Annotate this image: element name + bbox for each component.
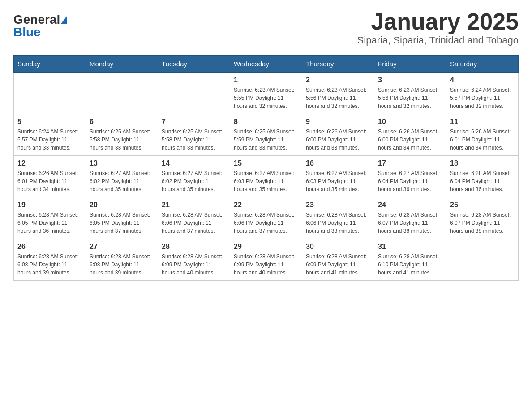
calendar-cell [158, 73, 230, 114]
day-number: 16 [306, 159, 370, 167]
day-info: Sunrise: 6:25 AM Sunset: 5:59 PM Dayligh… [234, 128, 298, 152]
day-number: 5 [17, 118, 82, 126]
calendar-cell: 19Sunrise: 6:28 AM Sunset: 6:05 PM Dayli… [14, 197, 86, 239]
day-info: Sunrise: 6:28 AM Sunset: 6:05 PM Dayligh… [90, 211, 154, 235]
day-info: Sunrise: 6:27 AM Sunset: 6:02 PM Dayligh… [162, 169, 226, 193]
calendar-week-row: 5Sunrise: 6:24 AM Sunset: 5:57 PM Daylig… [14, 114, 519, 156]
calendar-day-header: Friday [374, 56, 446, 73]
day-info: Sunrise: 6:27 AM Sunset: 6:04 PM Dayligh… [378, 169, 442, 193]
day-number: 11 [450, 118, 515, 126]
day-number: 3 [378, 76, 442, 84]
calendar-day-header: Thursday [302, 56, 374, 73]
day-info: Sunrise: 6:28 AM Sunset: 6:06 PM Dayligh… [306, 211, 370, 235]
calendar-cell: 13Sunrise: 6:27 AM Sunset: 6:02 PM Dayli… [86, 156, 158, 197]
day-info: Sunrise: 6:23 AM Sunset: 5:56 PM Dayligh… [378, 86, 442, 110]
day-number: 26 [17, 243, 82, 251]
calendar-cell: 2Sunrise: 6:23 AM Sunset: 5:56 PM Daylig… [302, 73, 374, 114]
calendar-cell: 16Sunrise: 6:27 AM Sunset: 6:03 PM Dayli… [302, 156, 374, 197]
day-number: 14 [162, 159, 226, 167]
day-info: Sunrise: 6:28 AM Sunset: 6:06 PM Dayligh… [234, 211, 298, 235]
day-info: Sunrise: 6:28 AM Sunset: 6:07 PM Dayligh… [450, 211, 515, 235]
calendar-cell: 15Sunrise: 6:27 AM Sunset: 6:03 PM Dayli… [230, 156, 302, 197]
day-number: 25 [450, 201, 515, 209]
calendar-cell: 10Sunrise: 6:26 AM Sunset: 6:00 PM Dayli… [374, 114, 446, 156]
day-info: Sunrise: 6:28 AM Sunset: 6:08 PM Dayligh… [17, 253, 82, 277]
day-info: Sunrise: 6:28 AM Sunset: 6:09 PM Dayligh… [306, 253, 370, 277]
day-info: Sunrise: 6:25 AM Sunset: 5:58 PM Dayligh… [162, 128, 226, 152]
day-number: 19 [17, 201, 82, 209]
calendar-cell: 23Sunrise: 6:28 AM Sunset: 6:06 PM Dayli… [302, 197, 374, 239]
day-number: 4 [450, 76, 515, 84]
calendar-cell: 1Sunrise: 6:23 AM Sunset: 5:55 PM Daylig… [230, 73, 302, 114]
calendar-cell: 14Sunrise: 6:27 AM Sunset: 6:02 PM Dayli… [158, 156, 230, 197]
day-number: 1 [234, 76, 298, 84]
calendar-cell: 20Sunrise: 6:28 AM Sunset: 6:05 PM Dayli… [86, 197, 158, 239]
calendar-day-header: Saturday [446, 56, 519, 73]
day-number: 29 [234, 243, 298, 251]
day-info: Sunrise: 6:24 AM Sunset: 5:57 PM Dayligh… [17, 128, 82, 152]
calendar-cell: 5Sunrise: 6:24 AM Sunset: 5:57 PM Daylig… [14, 114, 86, 156]
day-info: Sunrise: 6:28 AM Sunset: 6:06 PM Dayligh… [162, 211, 226, 235]
day-number: 7 [162, 118, 226, 126]
calendar-cell: 11Sunrise: 6:26 AM Sunset: 6:01 PM Dayli… [446, 114, 519, 156]
day-number: 8 [234, 118, 298, 126]
calendar-cell: 4Sunrise: 6:24 AM Sunset: 5:57 PM Daylig… [446, 73, 519, 114]
calendar-day-header: Monday [86, 56, 158, 73]
calendar-cell: 31Sunrise: 6:28 AM Sunset: 6:10 PM Dayli… [374, 239, 446, 281]
day-number: 27 [90, 243, 154, 251]
calendar-cell [86, 73, 158, 114]
day-number: 12 [17, 159, 82, 167]
calendar-cell: 30Sunrise: 6:28 AM Sunset: 6:09 PM Dayli… [302, 239, 374, 281]
calendar-day-header: Sunday [14, 56, 86, 73]
day-info: Sunrise: 6:24 AM Sunset: 5:57 PM Dayligh… [450, 86, 515, 110]
day-info: Sunrise: 6:28 AM Sunset: 6:07 PM Dayligh… [378, 211, 442, 235]
calendar-cell: 12Sunrise: 6:26 AM Sunset: 6:01 PM Dayli… [14, 156, 86, 197]
day-info: Sunrise: 6:26 AM Sunset: 6:01 PM Dayligh… [17, 169, 82, 193]
page-header: General Blue January 2025 Siparia, Sipar… [13, 9, 519, 46]
day-number: 22 [234, 201, 298, 209]
day-number: 28 [162, 243, 226, 251]
calendar-cell: 9Sunrise: 6:26 AM Sunset: 6:00 PM Daylig… [302, 114, 374, 156]
calendar-table: SundayMondayTuesdayWednesdayThursdayFrid… [13, 55, 519, 281]
day-info: Sunrise: 6:26 AM Sunset: 6:00 PM Dayligh… [306, 128, 370, 152]
calendar-header-row: SundayMondayTuesdayWednesdayThursdayFrid… [14, 56, 519, 73]
day-number: 17 [378, 159, 442, 167]
calendar-week-row: 1Sunrise: 6:23 AM Sunset: 5:55 PM Daylig… [14, 73, 519, 114]
day-number: 24 [378, 201, 442, 209]
day-info: Sunrise: 6:28 AM Sunset: 6:10 PM Dayligh… [378, 253, 442, 277]
day-number: 30 [306, 243, 370, 251]
calendar-cell: 29Sunrise: 6:28 AM Sunset: 6:09 PM Dayli… [230, 239, 302, 281]
calendar-cell: 28Sunrise: 6:28 AM Sunset: 6:09 PM Dayli… [158, 239, 230, 281]
calendar-cell: 8Sunrise: 6:25 AM Sunset: 5:59 PM Daylig… [230, 114, 302, 156]
calendar-cell: 21Sunrise: 6:28 AM Sunset: 6:06 PM Dayli… [158, 197, 230, 239]
calendar-cell [446, 239, 519, 281]
day-number: 21 [162, 201, 226, 209]
day-info: Sunrise: 6:28 AM Sunset: 6:04 PM Dayligh… [450, 169, 515, 193]
logo: General Blue [13, 13, 67, 39]
calendar-cell: 3Sunrise: 6:23 AM Sunset: 5:56 PM Daylig… [374, 73, 446, 114]
day-number: 6 [90, 118, 154, 126]
day-info: Sunrise: 6:26 AM Sunset: 6:00 PM Dayligh… [378, 128, 442, 152]
calendar-cell: 17Sunrise: 6:27 AM Sunset: 6:04 PM Dayli… [374, 156, 446, 197]
day-info: Sunrise: 6:28 AM Sunset: 6:09 PM Dayligh… [162, 253, 226, 277]
calendar-day-header: Tuesday [158, 56, 230, 73]
calendar-cell [14, 73, 86, 114]
calendar-cell: 18Sunrise: 6:28 AM Sunset: 6:04 PM Dayli… [446, 156, 519, 197]
day-number: 18 [450, 159, 515, 167]
calendar-cell: 27Sunrise: 6:28 AM Sunset: 6:08 PM Dayli… [86, 239, 158, 281]
day-info: Sunrise: 6:27 AM Sunset: 6:03 PM Dayligh… [306, 169, 370, 193]
day-info: Sunrise: 6:26 AM Sunset: 6:01 PM Dayligh… [450, 128, 515, 152]
day-number: 15 [234, 159, 298, 167]
title-section: January 2025 Siparia, Siparia, Trinidad … [357, 9, 519, 46]
day-info: Sunrise: 6:28 AM Sunset: 6:05 PM Dayligh… [17, 211, 82, 235]
calendar-cell: 6Sunrise: 6:25 AM Sunset: 5:58 PM Daylig… [86, 114, 158, 156]
logo-blue-text: Blue [13, 26, 41, 39]
calendar-cell: 26Sunrise: 6:28 AM Sunset: 6:08 PM Dayli… [14, 239, 86, 281]
day-info: Sunrise: 6:28 AM Sunset: 6:08 PM Dayligh… [90, 253, 154, 277]
calendar-week-row: 19Sunrise: 6:28 AM Sunset: 6:05 PM Dayli… [14, 197, 519, 239]
day-number: 10 [378, 118, 442, 126]
page-title: January 2025 [357, 9, 519, 34]
day-number: 23 [306, 201, 370, 209]
calendar-cell: 22Sunrise: 6:28 AM Sunset: 6:06 PM Dayli… [230, 197, 302, 239]
day-number: 9 [306, 118, 370, 126]
